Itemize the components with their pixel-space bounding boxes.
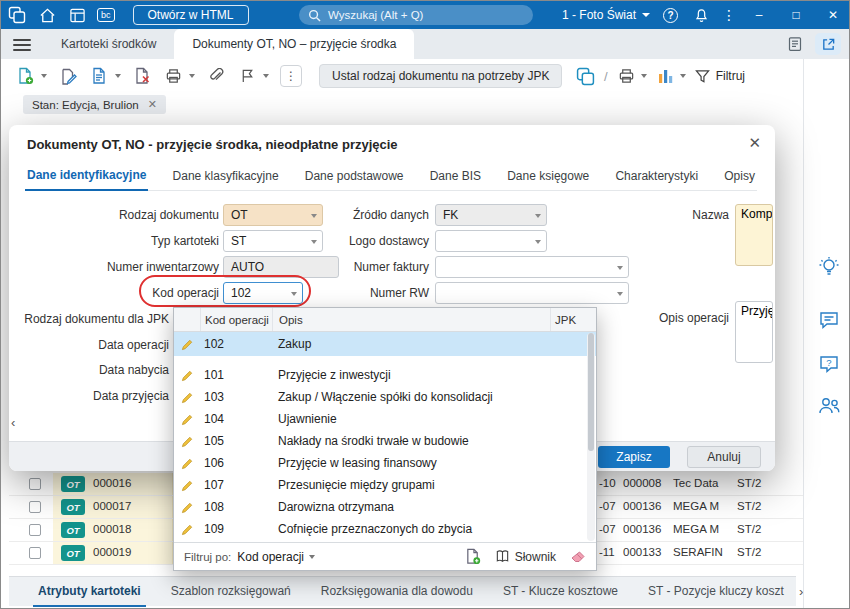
- jpk-column-header[interactable]: JPK: [550, 308, 596, 331]
- print-icon[interactable]: [163, 66, 183, 86]
- titlebar: bc Otwórz w HTML Wyszukaj (Alt + Q) 1 - …: [1, 1, 850, 29]
- search-input[interactable]: Wyszukaj (Alt + Q): [299, 5, 533, 25]
- help-icon[interactable]: ?: [663, 8, 678, 23]
- numer-faktury-field[interactable]: [435, 256, 629, 278]
- dropdown-row[interactable]: 109 Cofnięcie przeznaczonych do zbycia: [174, 518, 596, 540]
- community-icon[interactable]: [816, 393, 842, 419]
- dialog-tab-dane-bis[interactable]: Dane BIS: [428, 161, 483, 190]
- dropdown-row[interactable]: 103 Zakup / Włączenie spółki do konsolid…: [174, 386, 596, 408]
- dialog-tab-charakterystyki[interactable]: Charakterystyki: [613, 161, 700, 190]
- attachment-icon[interactable]: [206, 66, 226, 86]
- user-menu[interactable]: 1 - Foto Świat: [562, 8, 650, 22]
- svg-text:?: ?: [826, 357, 831, 368]
- feedback-chat-icon[interactable]: [816, 307, 842, 333]
- eraser-icon[interactable]: [570, 550, 586, 564]
- notifications-icon[interactable]: [691, 5, 711, 25]
- new-document-icon[interactable]: [15, 66, 35, 86]
- row-checkbox[interactable]: [29, 547, 41, 559]
- bottom-tab-pozycje[interactable]: ST - Pozycje kluczy koszt: [633, 577, 799, 607]
- filter-button[interactable]: Filtruj: [695, 69, 745, 84]
- state-filter-chip[interactable]: Stan: Edycja, Brulion ✕: [23, 95, 166, 114]
- bottom-tab-szablon[interactable]: Szablon rozksięgowań: [156, 577, 306, 607]
- flag-icon[interactable]: [237, 66, 257, 86]
- opis-operacji-memo[interactable]: Przyję: [735, 301, 773, 363]
- row-opis: Zakup: [272, 337, 550, 351]
- chip-close-icon[interactable]: ✕: [148, 98, 157, 111]
- filter-by-select[interactable]: Kod operacji: [237, 550, 315, 564]
- row-contractor: MEGA M: [673, 523, 733, 535]
- preview-document-caret-icon[interactable]: [115, 74, 121, 78]
- tab-dokumenty-ot-no[interactable]: Dokumenty OT, NO – przyjęcie środka: [174, 29, 414, 59]
- more-options-icon[interactable]: ⋮: [724, 5, 734, 25]
- dictionary-button[interactable]: Słownik: [495, 549, 556, 564]
- edit-document-icon[interactable]: [58, 66, 78, 86]
- dropdown-row[interactable]: 108 Darowizna otrzymana: [174, 496, 596, 518]
- app-window: bc Otwórz w HTML Wyszukaj (Alt + Q) 1 - …: [0, 0, 850, 609]
- row-number: 000017: [93, 500, 131, 512]
- bc-module-icon[interactable]: bc: [97, 8, 115, 22]
- dropdown-row[interactable]: 104 Ujawnienie: [174, 408, 596, 430]
- app-logo-icon[interactable]: [7, 5, 27, 25]
- bottom-tab-rozksiegowania[interactable]: Rozksięgowania dla dowodu: [306, 577, 488, 607]
- preview-document-icon[interactable]: [89, 66, 109, 86]
- dropdown-row[interactable]: 105 Nakłady na środki trwałe w budowie: [174, 430, 596, 452]
- close-window-button[interactable]: ✕: [821, 8, 845, 22]
- row-opis: Przyjęcie z inwestycji: [272, 368, 550, 382]
- chart-icon[interactable]: [656, 66, 676, 86]
- row-number: 000016: [93, 477, 131, 489]
- row-checkbox[interactable]: [29, 478, 41, 490]
- save-button[interactable]: Zapisz: [598, 446, 670, 468]
- collapse-left-icon[interactable]: ‹: [11, 415, 15, 430]
- print-view-icon[interactable]: [617, 66, 637, 86]
- row-checkbox[interactable]: [29, 501, 41, 513]
- dialog-tab-dane-ksiegowe[interactable]: Dane księgowe: [505, 161, 591, 190]
- search-icon: [308, 9, 321, 22]
- menu-icon[interactable]: [13, 39, 31, 51]
- row-kod: 107: [200, 478, 272, 492]
- dropdown-row[interactable]: 101 Przyjęcie z inwestycji: [174, 364, 596, 386]
- logo-dostawcy-combo[interactable]: [435, 230, 547, 252]
- dialog-tab-dane-klasyfikacyjne[interactable]: Dane klasyfikacyjne: [171, 161, 281, 190]
- new-document-caret-icon[interactable]: [41, 74, 47, 78]
- tab-kartoteki-srodkow[interactable]: Kartoteki środków: [43, 29, 174, 59]
- delete-document-icon[interactable]: [132, 66, 152, 86]
- jpk-document-type-button[interactable]: Ustal rodzaj dokumentu na potrzeby JPK: [319, 64, 562, 88]
- tips-icon[interactable]: [816, 255, 842, 281]
- scrollbar-thumb[interactable]: [588, 333, 594, 451]
- row-checkbox[interactable]: [29, 524, 41, 536]
- row-date: -10: [599, 477, 621, 489]
- dialog-tab-dane-identyfikacyjne[interactable]: Dane identyfikacyjne: [25, 161, 148, 191]
- bottom-tab-klucze[interactable]: ST - Klucze kosztowe: [488, 577, 633, 607]
- toolbar-more-icon[interactable]: ⋮: [280, 65, 302, 87]
- dropdown-row-selected[interactable]: 102 Zakup: [174, 332, 596, 356]
- filter-by-value: Kod operacji: [237, 550, 304, 564]
- dropdown-row[interactable]: 107 Przesunięcie między grupami: [174, 474, 596, 496]
- workflow-icon[interactable]: [575, 66, 595, 86]
- flag-caret-icon[interactable]: [263, 74, 269, 78]
- help-chat-icon[interactable]: ?: [816, 351, 842, 377]
- maximize-button[interactable]: □: [784, 8, 808, 22]
- open-html-button[interactable]: Otwórz w HTML: [133, 5, 249, 25]
- open-external-icon[interactable]: [815, 33, 841, 55]
- bottom-tab-atrybuty[interactable]: Atrybuty kartoteki: [23, 577, 156, 607]
- titlebar-right: 1 - Foto Świat ? ⋮ – □ ✕: [562, 5, 845, 25]
- zrodlo-danych-combo[interactable]: FK: [435, 204, 547, 226]
- kod-column-header[interactable]: Kod operacji: [200, 308, 272, 331]
- reports-icon[interactable]: [67, 5, 87, 25]
- minimize-button[interactable]: –: [747, 8, 771, 22]
- dialog-tab-opisy[interactable]: Opisy: [722, 161, 757, 190]
- dropdown-row[interactable]: 106 Przyjęcie w leasing finansowy: [174, 452, 596, 474]
- dropdown-scrollbar[interactable]: [587, 333, 595, 541]
- numer-rw-field[interactable]: [435, 282, 629, 304]
- add-record-icon[interactable]: [465, 548, 481, 565]
- chart-caret-icon[interactable]: [680, 74, 686, 78]
- dialog-close-icon[interactable]: ✕: [748, 134, 761, 152]
- print-caret-icon[interactable]: [189, 74, 195, 78]
- print-view-caret-icon[interactable]: [641, 74, 647, 78]
- cancel-button[interactable]: Anuluj: [687, 446, 761, 468]
- opis-column-header[interactable]: Opis: [272, 308, 550, 331]
- home-icon[interactable]: [37, 5, 57, 25]
- dialog-tab-dane-podstawowe[interactable]: Dane podstawowe: [303, 161, 406, 190]
- nazwa-memo[interactable]: Komp: [735, 204, 773, 266]
- panel-list-icon[interactable]: [785, 34, 805, 54]
